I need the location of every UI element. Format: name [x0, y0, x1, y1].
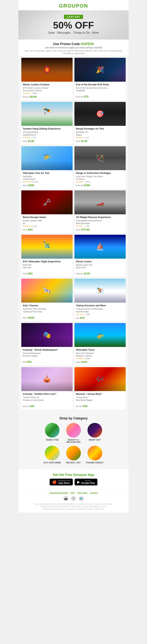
deal-image-jersey — [74, 367, 126, 391]
deals-row-8: Comedy: "Golden Girls Live!" "Golden Gir… — [21, 367, 126, 409]
promo-section: Use Promo Code HOPE50 Just enter at chec… — [18, 40, 129, 56]
category-foodie[interactable]: FOODIE FRENZY — [86, 446, 104, 464]
google-play-badge[interactable]: ▶ Get it on Google Play — [75, 479, 97, 486]
deal-location: Tubing Sessions at Montauge...East Mount… — [76, 308, 124, 313]
deal-card-range[interactable]: Range Packages for Two Reloaded, NJWayne… — [74, 102, 126, 144]
deal-image-nyc-heli — [21, 235, 73, 259]
category-city-explorer[interactable]: CITY EXPLORER — [43, 446, 61, 464]
deal-price: $87.50$49 — [76, 404, 124, 408]
deal-card-dinner-cruise[interactable]: Dinner Cruise Bateaux New YorkSpirit of … — [74, 235, 126, 277]
deal-card-range2[interactable]: Range or Instruction Packages Long Shot:… — [74, 146, 126, 188]
deal-image-range — [74, 102, 126, 126]
deal-stars — [23, 313, 71, 316]
footer-link-gift-cards[interactable]: Gift Cards — [77, 492, 87, 494]
footer-social: 📷 f 🐦 — [22, 496, 125, 501]
category-label-family: FAMILY FUN — [43, 439, 61, 441]
deal-price: $25$19 — [76, 316, 124, 319]
category-label-beauty: BEAUTY & RELAXATION — [64, 439, 83, 443]
deal-title: Room-Escape Game — [23, 216, 71, 219]
deal-info: Winter Lantern Festival NYC Winter Lante… — [21, 82, 73, 100]
deal-price: $205$149 — [23, 140, 71, 142]
deal-card-nye[interactable]: End of the Decade NYE Party End of the D… — [74, 58, 126, 100]
app-store-badge[interactable]: 🍎 Download on the App Store — [50, 479, 73, 486]
deal-image-winter-lantern — [21, 58, 73, 82]
deal-title: Kids' Classes — [23, 304, 71, 307]
deal-price: $699$359 — [23, 316, 71, 319]
deal-title: Dinner Cruise — [76, 260, 124, 263]
hero-subtitle: Spas · Massages · Things to Do · More — [22, 31, 125, 34]
deal-card-escape[interactable]: Room-Escape Game Escape Garden StateNJ ★… — [21, 190, 73, 233]
deal-card-tubing[interactable]: Tubing Sessions and More Tubing Sessions… — [74, 279, 126, 321]
facebook-icon[interactable]: f — [71, 496, 76, 501]
deal-title: NYC Helicopter Flight Experience — [23, 260, 71, 263]
apple-badge-text: Download on the App Store — [58, 480, 70, 484]
deal-image-comedy — [21, 323, 73, 347]
deal-price: $149$129 — [76, 140, 124, 142]
category-section-title: Shop by Category — [21, 416, 126, 420]
deal-price: $241.38$189 — [76, 184, 124, 187]
deal-title: TO Midget Racecar Experience — [76, 216, 124, 219]
deal-image-helicopter — [21, 146, 73, 170]
deal-card-helicopter[interactable]: Helicopter Tour for Two HeliFlightsLinde… — [21, 146, 73, 188]
deal-card-heli-tours[interactable]: Helicopter Tours New York HelicopterMult… — [74, 323, 126, 365]
category-section: Shop by Category FAMILY FUN BEAUTY & REL… — [18, 414, 129, 469]
deal-image-tubing — [74, 279, 126, 302]
deals-grid: Winter Lantern Festival NYC Winter Lante… — [18, 56, 129, 414]
instagram-icon[interactable]: 📷 — [63, 496, 68, 501]
deal-card-racecar[interactable]: TO Midget Racecar Experience Greenlightd… — [74, 190, 126, 233]
category-bucket-list[interactable]: BUCKET LIST — [64, 446, 83, 464]
deal-info: Helicopter Tours New York HelicopterMult… — [74, 347, 126, 365]
footer: Groupon Merchant FAQ Gift Cards Contact … — [18, 489, 129, 513]
app-section-title: Get the Free Groupon App — [22, 473, 125, 477]
deal-info: Tubing Sessions and More Tubing Sessions… — [74, 302, 126, 321]
deal-stars — [23, 269, 71, 271]
last-day-badge: LAST DAY — [64, 15, 83, 19]
deal-card-kids[interactable]: Kids' Classes Gymboree Play and MusicLan… — [21, 279, 73, 321]
deal-price: $129$84 — [23, 228, 71, 231]
category-family-fun[interactable]: FAMILY FUN — [43, 423, 61, 443]
deal-stars: ★★★★★ (17) — [76, 136, 124, 139]
deal-location: End of the Decade New Years Eve...1OakMa… — [76, 87, 124, 92]
deal-title: Comedy: "Golden Girls Live!" — [23, 392, 71, 396]
app-section: Get the Free Groupon App 🍎 Download on t… — [18, 469, 129, 489]
deal-location: NYC Winter Lantern FestivalSnug Harbor C… — [23, 87, 71, 92]
deal-image-comedy2 — [21, 367, 73, 391]
footer-link-faq[interactable]: FAQ — [70, 492, 75, 494]
deal-card-hangglide[interactable]: Tandem Hang Gliding Experience US Hang G… — [21, 102, 73, 144]
deal-title: Helicopter Tour for Two — [23, 172, 71, 175]
deal-card-jersey-boys[interactable]: Musical: "Jersey Boys" "Jersey Boys"New … — [74, 367, 126, 409]
category-circle-city — [45, 446, 60, 460]
category-beauty[interactable]: BEAUTY & RELAXATION — [64, 423, 83, 443]
deal-info: Comedy: "Drunk Shakespeare" Drunk Shakes… — [21, 347, 73, 365]
promo-subtitle: Just enter at checkout to apply your ext… — [22, 46, 125, 49]
category-circle-bucket — [66, 446, 81, 460]
apple-icon: 🍎 — [52, 480, 57, 484]
deal-image-nye — [74, 58, 126, 82]
deal-price: $59$29 — [23, 360, 71, 363]
deal-price: $172.03$75 — [76, 95, 124, 98]
category-label-bucket: BUCKET LIST — [64, 462, 83, 464]
deal-title: Range Packages for Two — [76, 127, 124, 130]
deal-stars — [76, 402, 124, 404]
deal-image-heli-tours — [74, 323, 126, 347]
deal-location: Escape Garden StateNJ — [23, 219, 71, 224]
deal-stars: ★★★★★ (504) — [23, 92, 71, 94]
deal-card-nyc-heli[interactable]: NYC Helicopter Flight Experience FlyNYON… — [21, 235, 73, 277]
twitter-icon[interactable]: 🐦 — [79, 496, 84, 501]
deal-price: $29.96$9.99 — [23, 95, 71, 98]
deal-location: Gymboree Play and MusicLandmark Park Slo… — [23, 308, 71, 313]
deal-image-kids — [21, 279, 73, 302]
deals-row-1: Winter Lantern Festival NYC Winter Lante… — [21, 58, 126, 100]
deal-stars: ★★★★½ (119) — [23, 225, 71, 227]
deal-location: Drunk ShakespeareRoy Acta Stages — [23, 352, 71, 357]
deal-card-golden-girls[interactable]: Comedy: "Golden Girls Live!" "Golden Gir… — [21, 367, 73, 409]
deal-info: Dinner Cruise Bateaux New YorkSpirit of … — [74, 259, 126, 277]
deal-card-winter-lantern[interactable]: Winter Lantern Festival NYC Winter Lante… — [21, 58, 73, 100]
footer-link-merchant[interactable]: Groupon Merchant — [49, 492, 68, 494]
category-row-2: CITY EXPLORER BUCKET LIST FOODIE FRENZY — [21, 446, 126, 464]
category-night-out[interactable]: NIGHT OUT — [86, 423, 104, 443]
deal-title: Helicopter Tours — [76, 348, 124, 352]
deal-card-comedy-drunk[interactable]: Comedy: "Drunk Shakespeare" Drunk Shakes… — [21, 323, 73, 365]
footer-link-contact[interactable]: Contact — [90, 492, 97, 494]
deal-stars: ★★★★★ (27) — [23, 136, 71, 139]
